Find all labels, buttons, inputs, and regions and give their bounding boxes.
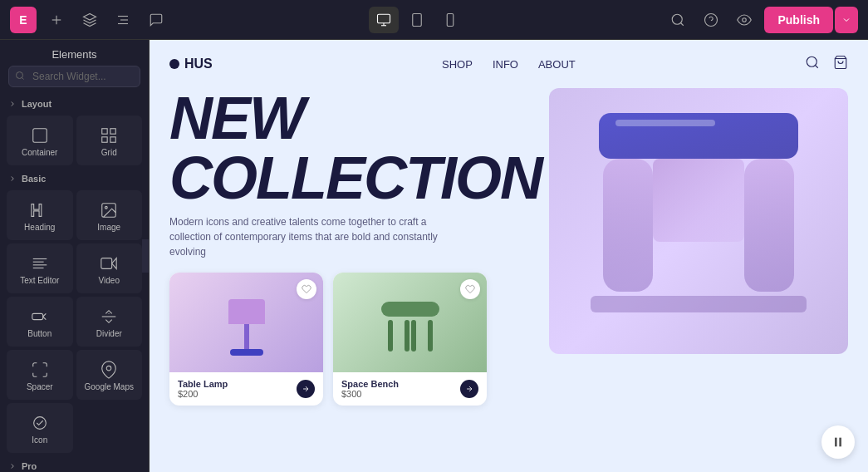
search-box xyxy=(8,66,140,87)
svg-rect-31 xyxy=(101,258,112,269)
hero-content: NEW COLLECTION Modern icons and creative… xyxy=(169,88,549,406)
hero-3d-object xyxy=(549,88,848,354)
sidebar-title: Elements xyxy=(0,40,149,66)
search-icon xyxy=(15,69,25,84)
product-cards: Table Lamp $200 xyxy=(169,273,549,406)
widget-text-editor[interactable]: Text Editor xyxy=(7,243,73,293)
product-card-bench[interactable]: Space Bench $300 xyxy=(333,273,487,406)
nav-actions xyxy=(805,55,848,73)
hero-title: NEW COLLECTION xyxy=(169,88,549,208)
search-top-button[interactable] xyxy=(664,7,691,33)
settings-button[interactable] xyxy=(110,7,136,33)
preview-container: HUS SHOP INFO ABOUT xyxy=(150,40,868,472)
glass-stool-visual xyxy=(549,88,848,354)
svg-point-18 xyxy=(17,72,23,79)
widget-container[interactable]: Container xyxy=(7,116,73,165)
svg-rect-22 xyxy=(110,129,115,134)
bench-3d-visual xyxy=(381,293,439,352)
widget-heading[interactable]: Heading xyxy=(7,190,73,240)
section-layout[interactable]: Layout xyxy=(0,94,149,112)
nav-search-icon[interactable] xyxy=(805,55,820,73)
svg-rect-33 xyxy=(32,313,43,319)
widget-button[interactable]: Button xyxy=(7,297,73,347)
card-arrow-lamp[interactable] xyxy=(297,380,315,398)
svg-rect-20 xyxy=(33,129,47,143)
top-bar: E Publi xyxy=(0,0,868,40)
svg-rect-56 xyxy=(591,296,807,312)
card-image-lamp xyxy=(169,273,323,372)
help-button[interactable] xyxy=(698,7,724,33)
svg-rect-11 xyxy=(447,13,454,26)
svg-point-37 xyxy=(33,417,46,430)
wishlist-button-lamp[interactable] xyxy=(297,279,316,299)
nav-cart-icon[interactable] xyxy=(833,55,848,73)
widget-image[interactable]: Image xyxy=(76,190,143,240)
svg-line-14 xyxy=(681,22,684,25)
top-bar-right: Publish xyxy=(664,7,858,33)
svg-rect-55 xyxy=(653,159,744,242)
basic-widgets: Heading Image Text Editor Video Button D… xyxy=(0,187,149,456)
svg-point-13 xyxy=(673,14,683,24)
nav-links: SHOP INFO ABOUT xyxy=(442,58,576,71)
publish-button[interactable]: Publish xyxy=(764,7,833,33)
widget-grid[interactable]: Grid xyxy=(76,116,143,165)
svg-point-36 xyxy=(107,366,112,371)
widget-google-maps[interactable]: Google Maps xyxy=(76,350,143,400)
top-bar-left: E xyxy=(10,7,169,33)
svg-rect-58 xyxy=(835,438,837,447)
logo-button[interactable]: E xyxy=(10,7,37,33)
svg-rect-53 xyxy=(603,159,653,292)
product-card-lamp[interactable]: Table Lamp $200 xyxy=(169,273,323,406)
add-button[interactable] xyxy=(43,7,70,33)
card-info-bench: Space Bench $300 xyxy=(333,372,487,406)
widget-video[interactable]: Video xyxy=(76,243,143,293)
layout-widgets: Container Grid xyxy=(0,112,149,169)
svg-rect-23 xyxy=(102,137,107,142)
svg-line-48 xyxy=(815,65,817,67)
section-basic[interactable]: Basic xyxy=(0,169,149,187)
svg-point-15 xyxy=(705,13,718,26)
svg-rect-9 xyxy=(413,13,422,26)
widget-divider[interactable]: Divider xyxy=(76,297,143,347)
search-input[interactable] xyxy=(8,66,140,87)
svg-marker-32 xyxy=(112,258,117,269)
preview-nav: HUS SHOP INFO ABOUT xyxy=(150,40,868,88)
card-image-bench xyxy=(333,273,487,372)
section-pro[interactable]: Pro xyxy=(0,456,149,472)
card-info-lamp: Table Lamp $200 xyxy=(169,372,323,406)
glass-stool-svg xyxy=(549,88,848,354)
mobile-view-button[interactable] xyxy=(435,7,465,33)
desktop-view-button[interactable] xyxy=(369,7,399,33)
logo-dot xyxy=(169,59,179,69)
hero-description: Modern icons and creative talents come t… xyxy=(169,214,468,259)
pause-button[interactable] xyxy=(821,425,855,459)
svg-rect-21 xyxy=(102,129,107,134)
publish-dropdown-button[interactable] xyxy=(835,7,858,33)
canvas-area: HUS SHOP INFO ABOUT xyxy=(150,40,868,472)
widget-icon[interactable]: Icon xyxy=(7,403,73,453)
tablet-view-button[interactable] xyxy=(402,7,432,33)
card-arrow-bench[interactable] xyxy=(460,380,478,398)
preview-button[interactable] xyxy=(731,7,758,33)
svg-rect-54 xyxy=(744,159,794,292)
svg-rect-24 xyxy=(110,137,115,142)
svg-line-19 xyxy=(22,77,23,79)
svg-marker-2 xyxy=(84,13,96,20)
chat-button[interactable] xyxy=(143,7,169,33)
lamp-3d-visual xyxy=(222,289,272,356)
svg-rect-57 xyxy=(615,120,715,126)
svg-rect-59 xyxy=(839,438,841,447)
main-layout: Elements Layout Container Grid Bas xyxy=(0,40,868,472)
layers-button[interactable] xyxy=(76,7,103,33)
device-switcher xyxy=(369,7,465,33)
svg-point-26 xyxy=(105,206,108,209)
sidebar: Elements Layout Container Grid Bas xyxy=(0,40,150,472)
svg-point-47 xyxy=(807,57,817,66)
widget-spacer[interactable]: Spacer xyxy=(7,350,73,400)
svg-point-17 xyxy=(743,17,747,22)
site-logo: HUS xyxy=(169,57,213,71)
svg-rect-6 xyxy=(378,14,390,23)
wishlist-button-bench[interactable] xyxy=(460,279,480,299)
sidebar-collapse-button[interactable] xyxy=(142,239,150,273)
